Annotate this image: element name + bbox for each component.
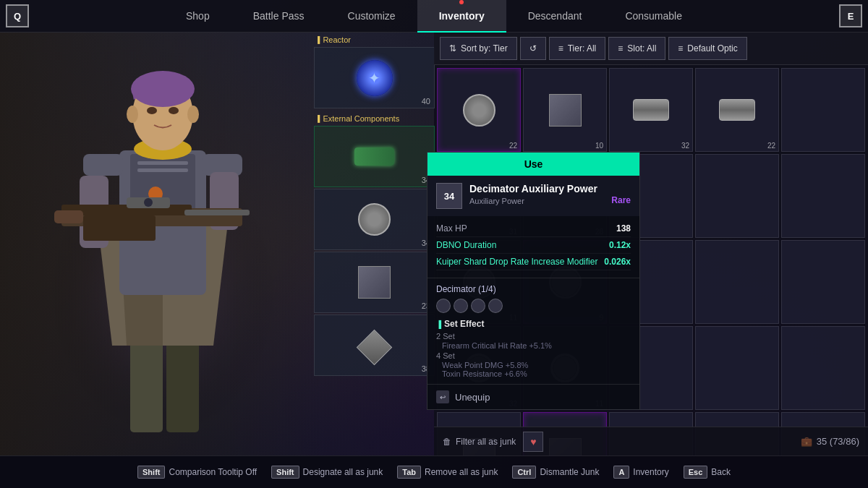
round-item-1 (358, 203, 391, 236)
default-optic-icon: ≡ (678, 43, 683, 53)
stat-maxhp-label: Max HP (436, 223, 467, 234)
nav-item-battlepass[interactable]: Battle Pass (231, 0, 326, 33)
default-optic-button[interactable]: ≡ Default Optic (668, 37, 746, 60)
slot-count: 💼 35 (73/86) (801, 436, 859, 447)
inventory-slot-0[interactable]: 22 (437, 68, 521, 152)
slot-number-1: 10 (595, 142, 603, 150)
inventory-slot-8[interactable] (695, 154, 779, 238)
svg-rect-24 (184, 210, 250, 215)
use-button[interactable]: Use (427, 153, 639, 176)
stat-kuiper: Kuiper Shard Drop Rate Increase Modifier… (436, 254, 631, 270)
external-slot-2[interactable]: 23 (314, 252, 435, 313)
key-shift-1: Shift (137, 466, 165, 479)
stat-kuiper-label: Kuiper Shard Drop Rate Increase Modifier (436, 257, 597, 267)
slot-icon: 💼 (801, 436, 812, 447)
set-tier-4-label: 4 Set (436, 351, 631, 360)
key-a: A (613, 466, 629, 479)
inventory-slot-13[interactable] (695, 240, 779, 324)
inventory-slot-14[interactable] (781, 240, 865, 324)
inventory-slot-1[interactable]: 10 (523, 68, 607, 152)
aux-item-0 (354, 147, 394, 166)
action-remove-label: Remove all as junk (425, 467, 498, 477)
action-inventory: A Inventory (613, 466, 668, 479)
external-slot-3[interactable]: 38 (314, 314, 435, 376)
action-back-label: Back (711, 467, 731, 477)
nav-item-consumable[interactable]: Consumable (603, 0, 704, 33)
nav-item-inventory[interactable]: Inventory (417, 0, 506, 33)
reactor-slot[interactable]: 40 (314, 47, 435, 108)
external-section: External Components 34 34 23 38 (311, 111, 438, 376)
character-figure (40, 42, 286, 447)
inventory-slot-9[interactable] (781, 154, 865, 238)
item-name: Decimator Auxiliary Power (469, 183, 631, 195)
external-label: External Components (311, 111, 438, 124)
action-inventory-label: Inventory (633, 467, 668, 477)
slot-number-2: 32 (681, 142, 689, 150)
set-tier-4-bonus-1: Toxin Resistance +6.6% (442, 369, 631, 378)
inventory-slot-18[interactable] (695, 326, 779, 410)
item-icon-round (463, 94, 495, 127)
left-panel: Reactor 40 External Components 34 34 23 … (311, 33, 438, 455)
svg-point-11 (147, 107, 157, 114)
svg-rect-6 (137, 168, 188, 172)
slot-filter-button[interactable]: ≡ Slot: All (608, 37, 665, 60)
nav-key-q[interactable]: Q (6, 4, 29, 27)
external-slot-0[interactable]: 34 (314, 126, 435, 187)
stat-maxhp-value: 138 (616, 223, 631, 234)
tier-filter-label: Tier: All (568, 43, 597, 53)
sort-label: Sort by: Tier (461, 43, 508, 53)
character-area (0, 33, 326, 455)
external-slot-1[interactable]: 34 (314, 189, 435, 250)
set-name-text: Decimator (1/4) (436, 284, 496, 294)
action-comparison: Shift Comparison Tooltip Off (137, 466, 257, 479)
slot-count-value: 35 (73/86) (817, 436, 859, 447)
filter-icon: 🗑 (443, 437, 451, 447)
action-comparison-label: Comparison Tooltip Off (169, 467, 257, 477)
filter-junk-button[interactable]: 🗑 Filter all as junk (443, 437, 516, 447)
nav-item-customize[interactable]: Customize (326, 0, 417, 33)
slot-filter-icon: ≡ (618, 43, 623, 53)
svg-point-13 (127, 106, 138, 123)
inventory-slot-3[interactable]: 22 (695, 68, 779, 152)
action-dismantle-label: Dismantle Junk (540, 467, 599, 477)
item-icon-cylinder (633, 99, 669, 121)
slot-number-0: 22 (509, 142, 517, 150)
inventory-slot-4[interactable] (781, 68, 865, 152)
tier-filter-icon: ≡ (558, 43, 563, 53)
stat-dbno-label: DBNO Duration (436, 240, 496, 250)
stat-dbno: DBNO Duration 0.12x (436, 237, 631, 254)
top-navigation: Q Shop Battle Pass Customize Inventory D… (0, 0, 868, 33)
nav-items: Shop Battle Pass Customize Inventory Des… (35, 0, 833, 33)
item-rarity: Rare (611, 195, 631, 205)
reactor-level: 40 (422, 97, 430, 106)
set-icon-2 (454, 299, 468, 313)
unequip-button[interactable]: ↩ Unequip (427, 384, 639, 409)
set-icon-1 (436, 299, 451, 313)
key-shift-2: Shift (271, 466, 299, 479)
box-item-2 (358, 266, 391, 299)
detail-stats: Max HP 138 DBNO Duration 0.12x Kuiper Sh… (427, 216, 639, 275)
action-back: Esc Back (684, 466, 731, 479)
set-icons (436, 299, 631, 313)
unequip-label: Unequip (455, 392, 490, 403)
set-tier-4-bonus-0: Weak Point DMG +5.8% (442, 361, 631, 369)
diamond-item-3 (357, 329, 392, 364)
svg-rect-25 (54, 210, 83, 223)
divider-1 (427, 278, 639, 278)
favorite-button[interactable]: ♥ (523, 432, 543, 452)
nav-key-e[interactable]: E (839, 4, 862, 27)
inventory-slot-2[interactable]: 32 (609, 68, 693, 152)
refresh-button[interactable]: ↺ (520, 37, 546, 60)
character-svg (40, 42, 286, 447)
action-designate-label: Designate all as junk (303, 467, 383, 477)
nav-item-descendant[interactable]: Descendant (506, 0, 604, 33)
set-tier-2-bonus-0: Firearm Critical Hit Rate +5.1% (442, 341, 631, 350)
set-tier-2-label: 2 Set (436, 332, 631, 341)
action-designate: Shift Designate all as junk (271, 466, 383, 479)
sort-button[interactable]: ⇅ Sort by: Tier (440, 37, 517, 60)
inventory-slot-19[interactable] (781, 326, 865, 410)
tier-filter-button[interactable]: ≡ Tier: All (549, 37, 606, 60)
filter-label: Filter all as junk (456, 437, 516, 447)
nav-item-shop[interactable]: Shop (164, 0, 231, 33)
inventory-footer: 🗑 Filter all as junk ♥ 💼 35 (73/86) (434, 427, 868, 455)
